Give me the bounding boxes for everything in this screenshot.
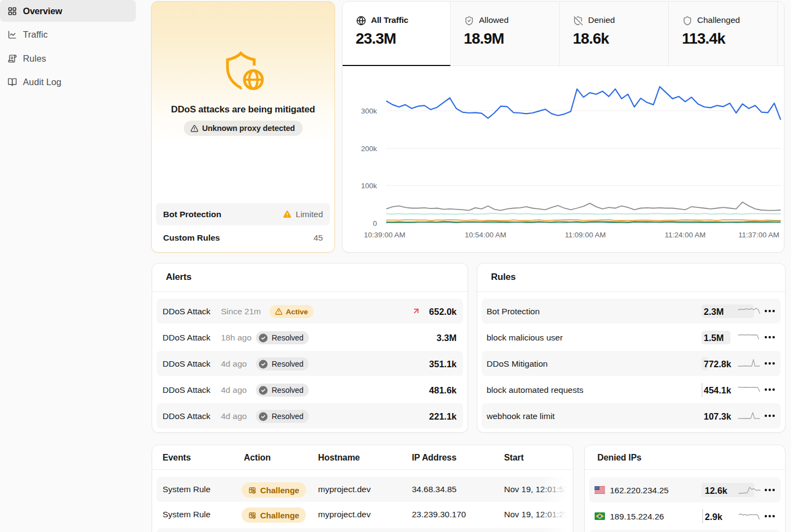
svg-text:100k: 100k bbox=[361, 182, 377, 190]
svg-text:300k: 300k bbox=[361, 107, 377, 115]
svg-text:200k: 200k bbox=[361, 145, 377, 153]
svg-text:10:54:00 AM: 10:54:00 AM bbox=[465, 231, 506, 239]
svg-text:11:24:00 AM: 11:24:00 AM bbox=[665, 231, 706, 239]
svg-text:11:09:00 AM: 11:09:00 AM bbox=[565, 231, 606, 239]
svg-text:11:37:00 AM: 11:37:00 AM bbox=[739, 231, 780, 239]
svg-text:0: 0 bbox=[373, 219, 377, 228]
svg-text:10:39:00 AM: 10:39:00 AM bbox=[364, 231, 405, 239]
